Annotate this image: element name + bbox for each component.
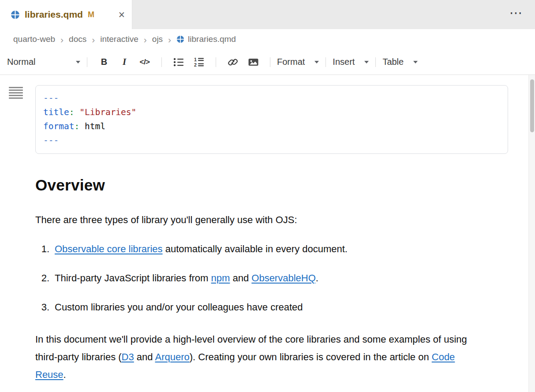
bullet-list-button[interactable] xyxy=(168,53,189,71)
svg-text:2: 2 xyxy=(194,62,197,67)
breadcrumb-item-label: docs xyxy=(69,34,86,44)
breadcrumb-separator: › xyxy=(92,35,95,44)
inline-link[interactable]: ObservableHQ xyxy=(251,273,316,284)
breadcrumb-item-label: libraries.qmd xyxy=(188,34,236,44)
more-actions-icon[interactable]: ⋯ xyxy=(509,5,523,20)
breadcrumb-items: quarto-web›docs›interactive›ojs› librari… xyxy=(13,34,236,44)
breadcrumb: quarto-web›docs›interactive›ojs› librari… xyxy=(0,29,535,49)
list-item: 3.Custom libraries you and/or your colle… xyxy=(35,301,508,314)
inline-link[interactable]: D3 xyxy=(122,351,134,362)
list-number: 2. xyxy=(35,272,49,285)
chevron-down-icon xyxy=(364,61,369,63)
breadcrumb-item-docs[interactable]: docs xyxy=(69,34,86,44)
format-menu-label: Format xyxy=(277,57,305,67)
yaml-fence: --- xyxy=(43,134,500,148)
bold-button[interactable]: B xyxy=(94,53,114,71)
inline-link[interactable]: npm xyxy=(211,273,230,284)
toolbar-separator xyxy=(161,57,162,67)
insert-menu-label: Insert xyxy=(333,57,355,67)
list-number: 1. xyxy=(35,243,49,256)
breadcrumb-separator: › xyxy=(60,35,64,44)
breadcrumb-item-label: interactive xyxy=(100,34,138,44)
toolbar-separator xyxy=(375,57,376,67)
link-icon xyxy=(228,57,238,67)
breadcrumb-separator: › xyxy=(168,35,171,44)
toolbar-separator xyxy=(216,57,216,67)
chevron-down-icon xyxy=(76,61,80,63)
list-item: 1.Observable core libraries automaticall… xyxy=(35,243,508,256)
tab-filename: libraries.qmd xyxy=(25,9,83,20)
ordered-list: 1.Observable core libraries automaticall… xyxy=(35,243,508,314)
text-run: and xyxy=(230,273,251,284)
breadcrumb-item-libraries.qmd[interactable]: libraries.qmd xyxy=(176,34,236,44)
svg-text:1: 1 xyxy=(194,57,197,62)
table-menu-label: Table xyxy=(382,57,404,67)
breadcrumb-item-quarto-web[interactable]: quarto-web xyxy=(13,34,55,44)
list-item-text: Custom libraries you and/or your colleag… xyxy=(55,301,303,314)
link-button[interactable] xyxy=(223,53,243,71)
yaml-line: format: html xyxy=(43,119,500,134)
text-run: ). Creating your own libraries is covere… xyxy=(190,351,432,362)
numbered-list-icon: 1 2 xyxy=(193,57,205,67)
chevron-down-icon xyxy=(413,61,418,63)
code-icon: </> xyxy=(139,58,150,67)
text-run: automatically available in every documen… xyxy=(163,243,348,254)
text-run: . xyxy=(316,273,318,284)
inline-link[interactable]: Arquero xyxy=(155,351,189,362)
image-icon xyxy=(248,57,259,67)
list-item-text: Third-party JavaScript libraries from np… xyxy=(55,272,318,285)
yaml-front-matter-block[interactable]: --- title: "Libraries"format: html --- xyxy=(35,85,508,154)
insert-menu[interactable]: Insert xyxy=(333,57,369,67)
breadcrumb-item-label: ojs xyxy=(152,34,163,44)
yaml-lines: title: "Libraries"format: html xyxy=(43,105,500,134)
paragraph-style-label: Normal xyxy=(7,57,35,67)
toolbar-separator xyxy=(270,57,270,67)
yaml-fence: --- xyxy=(43,91,500,105)
block-drag-handle-icon[interactable] xyxy=(9,86,23,101)
inline-link[interactable]: Observable core libraries xyxy=(55,243,163,254)
text-run: and xyxy=(134,351,155,362)
quarto-visual-editor-window: libraries.qmd M × ⋯ quarto-web›docs›inte… xyxy=(0,0,535,392)
quarto-icon xyxy=(11,10,20,19)
editor-content[interactable]: --- title: "Libraries"format: html --- O… xyxy=(0,75,535,392)
bold-icon: B xyxy=(101,57,107,67)
breadcrumb-separator: › xyxy=(144,35,147,44)
toolbar-separator xyxy=(87,57,87,67)
list-item-text: Observable core libraries automatically … xyxy=(55,243,348,256)
chevron-down-icon xyxy=(314,61,319,63)
breadcrumb-item-interactive[interactable]: interactive xyxy=(100,34,138,44)
quarto-icon xyxy=(176,35,184,43)
table-menu[interactable]: Table xyxy=(382,57,418,67)
yaml-line: title: "Libraries" xyxy=(43,105,500,119)
document-body: --- title: "Libraries"format: html --- O… xyxy=(35,75,508,384)
text-run: Third-party JavaScript libraries from xyxy=(55,273,211,284)
code-button[interactable]: </> xyxy=(135,53,155,71)
numbered-list-button[interactable]: 1 2 xyxy=(189,53,209,71)
tab-bar: libraries.qmd M × ⋯ xyxy=(0,0,535,29)
tab-libraries-qmd[interactable]: libraries.qmd M × xyxy=(0,0,132,29)
text-run: Custom libraries you and/or your colleag… xyxy=(55,302,303,313)
italic-button[interactable]: I xyxy=(114,53,135,71)
vertical-scrollbar[interactable] xyxy=(528,75,535,392)
close-tab-icon[interactable]: × xyxy=(118,9,125,20)
modified-badge: M xyxy=(88,10,94,19)
closing-paragraph: In this document we'll provide a high-le… xyxy=(35,331,483,384)
scrollbar-thumb[interactable] xyxy=(530,79,534,132)
text-run: . xyxy=(64,369,66,380)
breadcrumb-item-ojs[interactable]: ojs xyxy=(152,34,163,44)
heading-overview: Overview xyxy=(35,176,508,194)
image-button[interactable] xyxy=(243,53,263,71)
toolbar-separator xyxy=(325,57,326,67)
formatting-toolbar: Normal B I </> xyxy=(0,49,535,75)
bullet-list-icon xyxy=(173,57,184,67)
format-menu[interactable]: Format xyxy=(277,57,319,67)
paragraph-style-dropdown[interactable]: Normal xyxy=(6,57,80,67)
italic-icon: I xyxy=(123,56,126,67)
list-item: 2.Third-party JavaScript libraries from … xyxy=(35,272,508,285)
breadcrumb-item-label: quarto-web xyxy=(13,34,55,44)
intro-paragraph: There are three types of library you'll … xyxy=(35,213,508,227)
list-number: 3. xyxy=(35,301,49,314)
